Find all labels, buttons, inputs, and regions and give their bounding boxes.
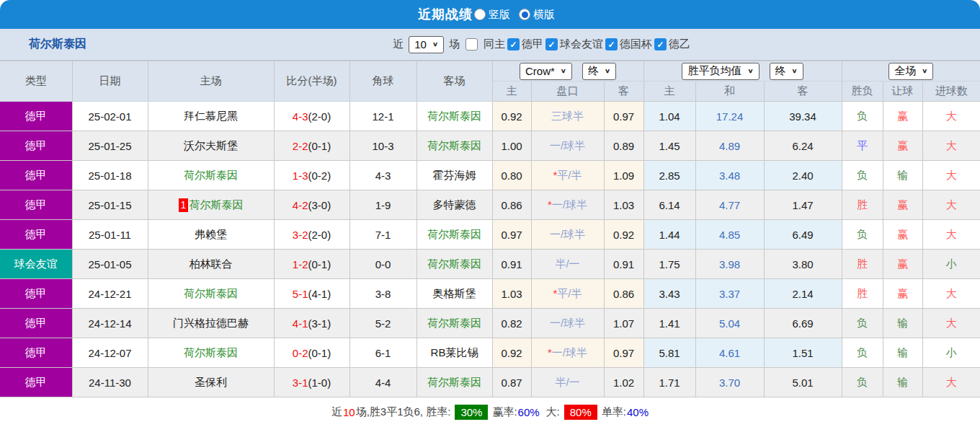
handicap-line: *平/半: [531, 161, 604, 190]
league-checkbox-friendly[interactable]: ✓: [545, 38, 558, 50]
away-team: 霍芬海姆: [416, 161, 492, 190]
titlebar: 近期战绩 竖版 横版: [0, 0, 980, 29]
handicap-result: 输: [883, 309, 922, 338]
avg-draw-odds: 5.04: [695, 309, 764, 338]
avg-time-select[interactable]: 终 ∨: [770, 63, 803, 80]
avg-draw-odds: 3.70: [695, 368, 764, 397]
chevron-down-icon: ∨: [561, 68, 566, 75]
avg-away-odds: 1.51: [764, 338, 842, 368]
chevron-down-icon: ∨: [792, 68, 798, 75]
chevron-down-icon: ∨: [922, 68, 927, 75]
half-time-score: (0-1): [308, 347, 331, 359]
home-odds: 0.86: [492, 190, 531, 220]
home-team: 荷尔斯泰因: [148, 161, 274, 190]
league-checkbox-dfb-cup[interactable]: ✓: [605, 38, 618, 50]
avg-draw-odds: 17.24: [695, 102, 764, 131]
home-team: 弗赖堡: [148, 220, 274, 250]
table-row: 德甲 24-12-14 门兴格拉德巴赫 4-1(3-1) 5-2 荷尔斯泰因 0…: [0, 309, 980, 338]
full-time-score: 4-1: [293, 317, 308, 330]
win-draw-loss-result: 负: [842, 220, 883, 250]
same-home-label[interactable]: 同主: [484, 38, 505, 51]
match-date: 25-01-18: [72, 161, 148, 190]
sub-header-away-odds: 客: [604, 82, 643, 102]
goals-result: 大: [922, 368, 980, 397]
league-tag: 德甲: [0, 309, 72, 338]
same-home-checkbox[interactable]: [466, 38, 478, 50]
away-team-name: 奥格斯堡: [433, 287, 476, 299]
home-odds: 0.82: [492, 309, 531, 338]
handicap-result: 赢: [883, 220, 922, 250]
home-odds: 0.91: [492, 250, 531, 279]
league-label-bundesliga2[interactable]: 德乙: [669, 38, 690, 51]
league-checkbox-bundesliga2[interactable]: ✓: [654, 38, 667, 50]
horizontal-layout-radio[interactable]: [519, 9, 530, 20]
full-time-score: 4-3: [293, 110, 308, 123]
goals-result: 大: [922, 190, 980, 220]
score-cell: 2-2(0-1): [274, 131, 349, 161]
avg-away-odds: 1.47: [764, 190, 842, 220]
goals-result: 大: [922, 131, 980, 161]
sub-header-home-odds: 主: [492, 82, 531, 102]
half-time-score: (0-1): [308, 258, 331, 270]
recent-count-select[interactable]: 10 ∨: [409, 36, 444, 53]
avg-away-odds: 39.34: [764, 102, 842, 131]
handicap-line: 一/球半: [531, 220, 604, 250]
bookmaker-time-select[interactable]: 终 ∨: [582, 63, 616, 80]
away-team: 荷尔斯泰因: [416, 309, 492, 338]
away-team-name: 荷尔斯泰因: [427, 317, 481, 329]
home-team-name: 门兴格拉德巴赫: [173, 317, 249, 329]
league-tag: 德甲: [0, 102, 72, 131]
avg-draw-odds: 4.89: [695, 131, 764, 161]
away-team: 多特蒙德: [416, 190, 492, 220]
vertical-layout-label[interactable]: 竖版: [489, 8, 510, 22]
home-team-name: 拜仁慕尼黑: [184, 110, 238, 122]
match-date: 24-12-21: [72, 279, 148, 309]
handicap-line: *一/球半: [531, 190, 604, 220]
avg-home-odds: 1.44: [643, 220, 695, 250]
horizontal-layout-label[interactable]: 横版: [533, 8, 555, 22]
goals-result: 大: [922, 309, 980, 338]
handicap-result: 输: [883, 338, 922, 368]
col-header-away: 客场: [416, 61, 492, 102]
chevron-down-icon: ∨: [747, 68, 753, 75]
single-rate-value: 40%: [627, 406, 649, 418]
win-draw-loss-result: 负: [842, 161, 883, 190]
avg-odds-select[interactable]: 胜平负均值 ∨: [682, 63, 759, 80]
vertical-layout-radio[interactable]: [474, 9, 486, 20]
half-time-score: (3-1): [308, 317, 331, 330]
corner-score: 3-8: [349, 279, 416, 309]
recent-results-widget: 近期战绩 竖版 横版 荷尔斯泰因 近 10 ∨ 场 同主 ✓ 德甲 ✓ 球会友谊…: [0, 0, 980, 427]
avg-home-odds: 6.14: [643, 190, 695, 220]
away-odds: 0.92: [604, 220, 643, 250]
league-label-bundesliga[interactable]: 德甲: [522, 38, 543, 51]
col-header-type: 类型: [0, 61, 72, 102]
win-draw-loss-result: 胜: [842, 190, 883, 220]
win-draw-loss-result: 平: [842, 131, 883, 161]
full-time-score: 1-2: [293, 258, 308, 270]
match-scope-select[interactable]: 全场 ∨: [888, 63, 933, 80]
match-date: 25-02-01: [72, 102, 148, 131]
away-odds: 1.02: [604, 368, 643, 397]
handicap-result: 输: [883, 161, 922, 190]
avg-home-odds: 1.75: [643, 250, 695, 279]
half-time-score: (0-1): [308, 140, 331, 152]
home-team: 荷尔斯泰因: [148, 279, 274, 309]
league-label-friendly[interactable]: 球会友谊: [560, 38, 603, 51]
away-odds: 0.97: [604, 102, 643, 131]
league-label-dfb-cup[interactable]: 德国杯: [620, 38, 652, 51]
table-row: 德甲 25-02-01 拜仁慕尼黑 4-3(2-0) 12-1 荷尔斯泰因 0.…: [0, 102, 980, 131]
home-odds: 0.92: [492, 338, 531, 368]
league-checkbox-bundesliga[interactable]: ✓: [507, 38, 520, 50]
match-date: 25-01-25: [72, 131, 148, 161]
bookmaker-select[interactable]: Crow* ∨: [520, 63, 572, 80]
away-team: 荷尔斯泰因: [416, 250, 492, 279]
league-tag: 德甲: [0, 161, 72, 190]
corner-score: 6-1: [349, 338, 416, 368]
win-draw-loss-result: 胜: [842, 279, 883, 309]
home-odds: 1.00: [492, 131, 531, 161]
avg-away-odds: 5.01: [764, 368, 842, 397]
avg-draw-odds: 3.98: [695, 250, 764, 279]
full-time-score: 5-1: [293, 288, 308, 300]
match-date: 24-12-14: [72, 309, 148, 338]
handicap-line: 半/一: [531, 250, 604, 279]
